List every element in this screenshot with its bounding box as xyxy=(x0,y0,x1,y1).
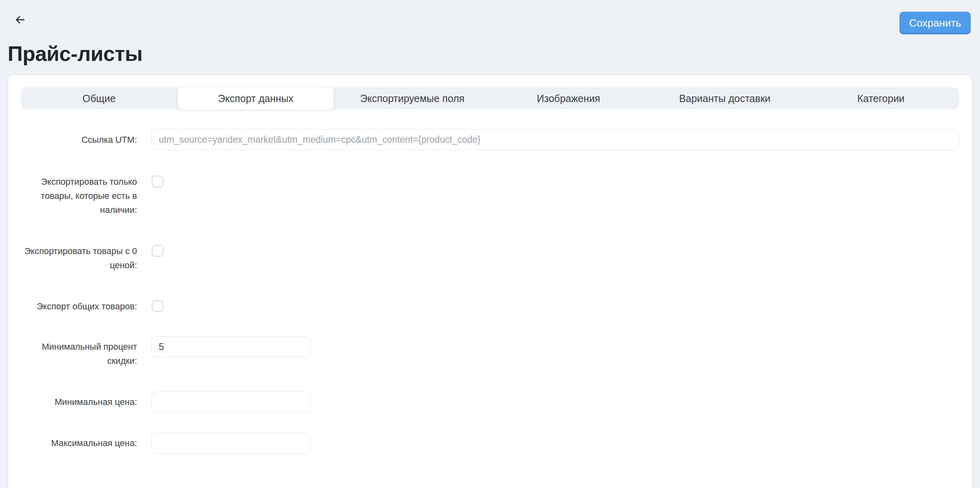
save-button[interactable]: Сохранить xyxy=(899,12,971,34)
export-common-checkbox[interactable] xyxy=(152,300,164,312)
form-row-min-discount: Минимальный процент скидки: xyxy=(21,336,959,368)
tab-images[interactable]: Изображения xyxy=(490,88,647,109)
tab-categories[interactable]: Категории xyxy=(803,88,959,109)
export-zero-price-checkbox[interactable] xyxy=(152,245,164,257)
export-common-label: Экспорт общих товаров: xyxy=(21,299,137,313)
tab-bar: Общие Экспорт данных Экспортируемые поля… xyxy=(21,88,959,109)
tab-general[interactable]: Общие xyxy=(21,88,177,109)
export-data-form: Ссылка UTM: Экспортировать только товары… xyxy=(21,129,959,454)
form-row-min-price: Минимальная цена: xyxy=(21,392,959,413)
max-price-label: Максимальная цена: xyxy=(21,433,137,450)
export-in-stock-label: Экспортировать только товары, которые ес… xyxy=(21,175,137,217)
min-discount-input[interactable] xyxy=(152,336,310,357)
tab-delivery-options[interactable]: Варианты доставки xyxy=(647,88,803,109)
form-row-export-common: Экспорт общих товаров: xyxy=(21,299,959,314)
form-row-utm: Ссылка UTM: xyxy=(21,129,959,150)
page-title: Прайс-листы xyxy=(8,42,980,66)
min-discount-label: Минимальный процент скидки: xyxy=(21,336,137,368)
min-price-input[interactable] xyxy=(152,392,310,413)
form-row-max-price: Максимальная цена: xyxy=(21,433,959,454)
export-in-stock-checkbox[interactable] xyxy=(152,175,164,188)
back-button[interactable] xyxy=(14,12,30,28)
form-row-export-zero-price: Экспортировать товары с 0 ценой: xyxy=(21,244,959,272)
form-row-export-in-stock: Экспортировать только товары, которые ес… xyxy=(21,175,959,217)
min-price-label: Минимальная цена: xyxy=(21,392,137,409)
arrow-left-icon xyxy=(14,13,27,26)
utm-input[interactable] xyxy=(152,129,959,150)
tab-exported-fields[interactable]: Экспортируемые поля xyxy=(334,88,490,109)
utm-label: Ссылка UTM: xyxy=(21,133,137,147)
export-zero-price-label: Экспортировать товары с 0 ценой: xyxy=(21,244,137,272)
settings-card: Общие Экспорт данных Экспортируемые поля… xyxy=(8,75,972,488)
page: { "page": { "title": "Прайс-листы" }, "h… xyxy=(0,0,980,488)
max-price-input[interactable] xyxy=(152,433,310,454)
tab-export-data[interactable]: Экспорт данных xyxy=(177,87,334,110)
top-bar: Сохранить xyxy=(0,0,980,34)
